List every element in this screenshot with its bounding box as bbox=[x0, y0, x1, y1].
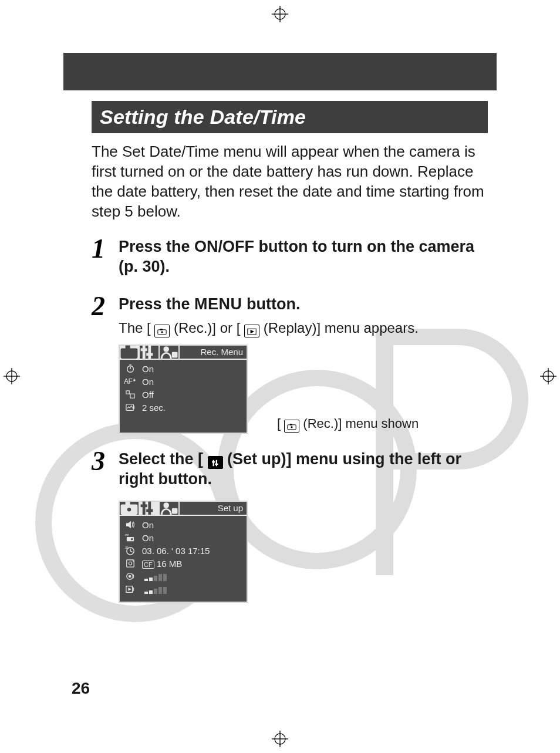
menu-value: On bbox=[139, 377, 154, 387]
step-2-heading: Press the MENU button. bbox=[119, 294, 488, 314]
menu-value: 2 sec. bbox=[139, 403, 166, 413]
menu-value: 03. 06. ' 03 17:15 bbox=[139, 546, 210, 556]
registration-mark-icon bbox=[540, 368, 556, 384]
tab-mycamera-icon bbox=[160, 346, 180, 359]
review-icon bbox=[122, 403, 139, 412]
svg-point-24 bbox=[163, 346, 169, 352]
svg-text:zz: zz bbox=[125, 533, 129, 536]
svg-rect-39 bbox=[215, 464, 218, 465]
lcd-title: Set up bbox=[180, 502, 247, 515]
tab-rec-icon bbox=[120, 346, 140, 359]
text: [ bbox=[277, 416, 284, 431]
menu-row bbox=[122, 583, 244, 596]
text: (Replay)] menu appears. bbox=[259, 320, 419, 336]
svg-rect-43 bbox=[143, 502, 146, 515]
svg-point-35 bbox=[291, 426, 293, 428]
svg-rect-34 bbox=[290, 424, 292, 425]
text: 16 MB bbox=[154, 559, 183, 569]
menu-row bbox=[122, 570, 244, 583]
power-save-icon: zz bbox=[122, 533, 139, 542]
svg-marker-62 bbox=[128, 587, 131, 590]
af-assist-icon: AF✦ bbox=[122, 377, 139, 386]
svg-rect-37 bbox=[215, 460, 217, 467]
svg-rect-36 bbox=[212, 460, 214, 467]
step-2-subtext: The [ (Rec.)] or [ (Replay)] menu appear… bbox=[119, 320, 488, 337]
text: The [ bbox=[119, 320, 154, 336]
menu-row: zzOn bbox=[122, 531, 244, 544]
svg-rect-30 bbox=[130, 394, 134, 398]
intro-text: The Set Date/Time menu will appear when … bbox=[92, 141, 488, 221]
svg-rect-45 bbox=[141, 505, 147, 508]
digital-zoom-icon bbox=[122, 390, 139, 399]
menu-value: On bbox=[139, 533, 154, 543]
play-vol-icon bbox=[122, 585, 139, 594]
section-title: Setting the Date/Time bbox=[92, 101, 488, 133]
svg-text:31: 31 bbox=[125, 546, 129, 549]
svg-rect-21 bbox=[148, 346, 151, 359]
shutter-vol-icon bbox=[122, 572, 139, 581]
page-number: 26 bbox=[72, 679, 90, 698]
step-number: 1 bbox=[92, 237, 119, 276]
menu-value: On bbox=[139, 520, 154, 530]
volume-bars bbox=[139, 585, 167, 595]
registration-mark-icon bbox=[272, 6, 288, 22]
camera-rec-icon bbox=[284, 420, 299, 433]
svg-rect-18 bbox=[126, 346, 130, 349]
tab-rec-icon bbox=[120, 502, 140, 515]
svg-rect-29 bbox=[126, 391, 129, 394]
text: Press the bbox=[119, 295, 194, 313]
text: (Rec.)] menu shown bbox=[299, 416, 419, 431]
setup-icon bbox=[208, 456, 223, 469]
menu-row: 3103. 06. ' 03 17:15 bbox=[122, 544, 244, 557]
cf-badge: CF bbox=[142, 560, 154, 569]
speaker-icon bbox=[122, 520, 139, 529]
menu-value: CF 16 MB bbox=[139, 559, 182, 569]
format-icon bbox=[122, 559, 139, 568]
svg-point-52 bbox=[131, 538, 133, 541]
svg-point-47 bbox=[163, 502, 169, 508]
svg-rect-25 bbox=[172, 352, 178, 358]
camera-rec-icon bbox=[154, 325, 170, 337]
menu-row: 2 sec. bbox=[122, 401, 244, 414]
menu-row: AF✦On bbox=[122, 375, 244, 388]
svg-marker-49 bbox=[126, 521, 131, 528]
svg-rect-44 bbox=[148, 502, 151, 515]
svg-marker-16 bbox=[251, 330, 254, 333]
tab-mycamera-icon bbox=[160, 502, 180, 515]
svg-rect-46 bbox=[146, 509, 153, 512]
registration-mark-icon bbox=[4, 368, 20, 384]
svg-point-42 bbox=[127, 508, 131, 511]
text: (Rec.)] or [ bbox=[170, 320, 244, 336]
svg-point-58 bbox=[129, 562, 131, 565]
lcd-title: Rec. Menu bbox=[180, 346, 247, 359]
setup-menu-screenshot: Set up On zzOn 3103. 06. ' 03 17:15 CF 1… bbox=[119, 501, 248, 603]
menu-row: On bbox=[122, 518, 244, 531]
menu-row: Off bbox=[122, 388, 244, 401]
svg-rect-20 bbox=[143, 346, 146, 359]
lcd-caption: [ (Rec.)] menu shown bbox=[277, 416, 419, 433]
header-band bbox=[63, 53, 497, 90]
menu-value: On bbox=[139, 364, 154, 374]
tab-setup-icon bbox=[140, 346, 160, 359]
svg-point-60 bbox=[129, 575, 131, 578]
svg-rect-38 bbox=[212, 461, 215, 462]
play-icon bbox=[244, 325, 259, 337]
svg-rect-13 bbox=[160, 329, 163, 330]
date-icon: 31 bbox=[122, 546, 139, 555]
text: button. bbox=[242, 295, 301, 313]
text: Select the [ bbox=[119, 450, 208, 468]
registration-mark-icon bbox=[272, 731, 288, 747]
svg-rect-48 bbox=[172, 508, 178, 514]
menu-value: Off bbox=[139, 390, 154, 400]
tab-setup-icon bbox=[140, 502, 160, 515]
menu-word: MENU bbox=[194, 295, 242, 313]
menu-row: CF 16 MB bbox=[122, 557, 244, 570]
step-number: 2 bbox=[92, 294, 119, 434]
svg-point-19 bbox=[127, 352, 131, 355]
menu-row: On bbox=[122, 362, 244, 375]
rec-menu-screenshot: Rec. Menu On AF✦On Off 2 sec. bbox=[119, 345, 248, 434]
svg-rect-23 bbox=[146, 353, 153, 356]
svg-line-55 bbox=[130, 551, 133, 552]
self-timer-icon bbox=[122, 364, 139, 373]
step-1-heading: Press the ON/OFF button to turn on the c… bbox=[119, 237, 488, 276]
